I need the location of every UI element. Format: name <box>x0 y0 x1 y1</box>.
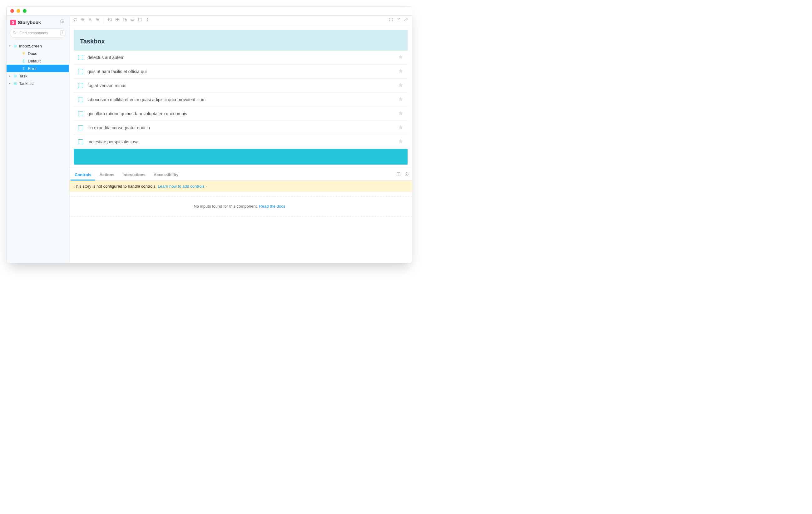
chevron-right-icon: › <box>286 205 287 208</box>
window-minimize-button[interactable] <box>17 9 20 13</box>
preview-toolbar <box>69 16 412 25</box>
sidebar-header: S Storybook <box>6 16 69 28</box>
task-row: delectus aut autem <box>74 51 408 65</box>
svg-rect-12 <box>15 76 16 77</box>
copy-link-icon <box>404 18 408 23</box>
open-new-tab-icon <box>396 18 401 23</box>
sidebar-item-tasklist[interactable]: ▸TaskList <box>6 80 69 87</box>
svg-rect-2 <box>14 45 15 46</box>
task-title: molestiae perspiciatis ipsa <box>87 139 398 144</box>
star-icon <box>398 96 403 102</box>
taskbox-title: Taskbox <box>74 30 408 51</box>
sync-button[interactable] <box>73 18 78 23</box>
panel-close-button[interactable] <box>404 172 409 178</box>
viewport-button[interactable] <box>123 18 127 23</box>
svg-rect-7 <box>23 60 25 62</box>
zoom-in-icon <box>81 18 85 23</box>
star-icon <box>398 124 403 130</box>
grid-button[interactable] <box>115 18 120 23</box>
svg-rect-27 <box>125 19 127 21</box>
component-icon <box>13 44 17 48</box>
task-pin-button[interactable] <box>398 96 403 103</box>
search-input[interactable] <box>19 31 57 36</box>
sidebar-item-default[interactable]: Default <box>6 57 69 65</box>
sidebar-item-task[interactable]: ▸Task <box>6 72 69 80</box>
task-title: delectus aut autem <box>87 55 398 60</box>
open-new-tab-button[interactable] <box>396 18 401 23</box>
task-pin-button[interactable] <box>398 68 403 75</box>
zoom-reset-button[interactable] <box>95 18 100 23</box>
task-pin-button[interactable] <box>398 82 403 89</box>
sidebar-item-label: Default <box>28 59 40 63</box>
controls-warning-bar: This story is not configured to handle c… <box>69 181 412 192</box>
measure-icon <box>130 18 135 23</box>
star-icon <box>398 139 403 144</box>
task-checkbox[interactable] <box>78 125 83 130</box>
task-checkbox[interactable] <box>78 55 83 60</box>
task-pin-button[interactable] <box>398 124 403 131</box>
controls-warning-link[interactable]: Learn how to add controls› <box>158 184 207 189</box>
task-row: molestiae perspiciatis ipsa <box>74 135 408 149</box>
window-close-button[interactable] <box>10 9 14 13</box>
background-button[interactable] <box>108 18 112 23</box>
task-row: quis ut nam facilis et officia qui <box>74 65 408 79</box>
sidebar: S Storybook / ▾InboxScreenDocsDefaultErr… <box>6 16 69 263</box>
window-zoom-button[interactable] <box>23 9 27 13</box>
gear-icon <box>60 19 65 24</box>
task-pin-button[interactable] <box>398 139 403 145</box>
task-checkbox[interactable] <box>78 69 83 74</box>
star-icon <box>398 111 403 116</box>
task-pin-button[interactable] <box>398 111 403 117</box>
svg-point-1 <box>13 31 15 33</box>
addon-tab-interactions[interactable]: Interactions <box>118 169 150 180</box>
svg-rect-15 <box>14 83 15 84</box>
sync-icon <box>73 18 78 23</box>
svg-rect-9 <box>14 75 15 76</box>
svg-rect-29 <box>138 18 141 21</box>
zoom-out-button[interactable] <box>88 18 92 23</box>
star-icon <box>398 68 403 74</box>
search-field[interactable]: / <box>10 28 66 38</box>
controls-empty-link[interactable]: Read the docs› <box>259 204 287 208</box>
measure-button[interactable] <box>130 18 135 23</box>
accessibility-vision-button[interactable] <box>145 18 150 23</box>
accessibility-vision-icon <box>145 18 150 23</box>
settings-button[interactable] <box>60 19 65 25</box>
addon-tab-controls[interactable]: Controls <box>70 169 95 180</box>
sidebar-item-docs[interactable]: Docs <box>6 50 69 57</box>
preview-canvas: Taskbox delectus aut autemquis ut nam fa… <box>69 25 412 169</box>
copy-link-button[interactable] <box>404 18 408 23</box>
background-icon <box>108 18 112 23</box>
task-title: quis ut nam facilis et officia qui <box>87 69 398 74</box>
svg-rect-22 <box>116 18 117 19</box>
task-title: illo expedita consequatur quia in <box>87 125 398 130</box>
sidebar-item-error[interactable]: Error <box>6 65 69 72</box>
task-title: fugiat veniam minus <box>87 83 398 88</box>
addon-tab-actions[interactable]: Actions <box>95 169 118 180</box>
task-checkbox[interactable] <box>78 139 83 144</box>
story-icon <box>22 66 26 70</box>
outline-button[interactable] <box>138 18 142 23</box>
component-icon <box>13 81 17 86</box>
svg-rect-23 <box>118 18 119 19</box>
chevron-right-icon: › <box>206 185 207 188</box>
task-checkbox[interactable] <box>78 83 83 88</box>
controls-empty-text: No inputs found for this component. <box>194 204 259 208</box>
task-checkbox[interactable] <box>78 111 83 116</box>
controls-empty-state: No inputs found for this component. Read… <box>69 196 412 217</box>
sidebar-item-inboxscreen[interactable]: ▾InboxScreen <box>6 42 69 50</box>
svg-rect-8 <box>23 67 25 69</box>
addon-tab-accessibility[interactable]: Accessibility <box>150 169 183 180</box>
task-pin-button[interactable] <box>398 54 403 61</box>
task-row: qui ullam ratione quibusdam voluptatem q… <box>74 107 408 121</box>
task-checkbox[interactable] <box>78 97 83 102</box>
fullscreen-button[interactable] <box>389 18 393 23</box>
component-tree: ▾InboxScreenDocsDefaultError▸Task▸TaskLi… <box>6 42 69 87</box>
storybook-brand[interactable]: S Storybook <box>10 20 41 25</box>
sidebar-item-label: Docs <box>28 51 37 56</box>
zoom-out-icon <box>88 18 92 23</box>
zoom-in-button[interactable] <box>81 18 85 23</box>
panel-orientation-button[interactable] <box>396 172 401 178</box>
star-icon <box>398 54 403 59</box>
star-icon <box>398 82 403 87</box>
